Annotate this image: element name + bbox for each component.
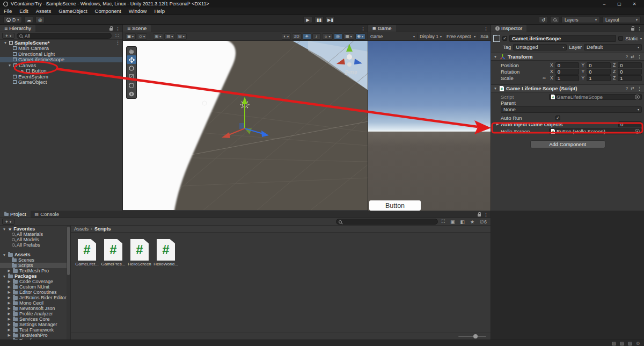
tab-game[interactable]: ▦ Game <box>368 25 396 32</box>
hierarchy-row-scene[interactable]: ▼ SampleScene* ⋮ <box>0 40 122 46</box>
foldout-closed-icon[interactable]: ▶ <box>7 295 11 300</box>
tree-package-item[interactable]: ▶TextMeshPro <box>0 333 67 338</box>
menu-assets[interactable]: Assets <box>32 8 55 15</box>
tree-scripts[interactable]: Scripts <box>0 263 67 268</box>
chevron-down-icon[interactable]: ▾ <box>640 37 642 40</box>
tree-package-item[interactable]: ▶Services Core <box>0 316 67 322</box>
lock-icon[interactable] <box>478 214 481 217</box>
search-button[interactable] <box>550 16 559 23</box>
tree-packages[interactable]: ▼ Packages <box>0 273 67 279</box>
tree-scenes[interactable]: Scenes <box>0 257 67 263</box>
position-z-field[interactable]: 0 <box>618 62 642 68</box>
object-name-field[interactable]: GameLifetimeScope <box>509 35 616 42</box>
foldout-closed-icon[interactable]: ▶ <box>7 279 11 284</box>
rotation-z-field[interactable]: 0 <box>618 69 642 75</box>
presets-icon[interactable]: ⇄ <box>631 54 634 59</box>
component-menu-icon[interactable]: ⋮ <box>637 86 642 91</box>
presets-icon[interactable]: ⇄ <box>631 86 634 91</box>
foldout-closed-icon[interactable]: ▶ <box>7 333 11 337</box>
game-ui-button[interactable]: Button <box>369 200 421 211</box>
scale-x-field[interactable]: 1 <box>555 75 580 81</box>
foldout-closed-icon[interactable]: ▶ <box>7 306 11 311</box>
panel-menu-icon[interactable]: ⋮ <box>115 26 120 32</box>
parent-dropdown[interactable]: None ▾ <box>501 106 642 113</box>
menu-file[interactable]: File <box>0 8 16 15</box>
static-checkbox[interactable] <box>618 36 623 41</box>
persp-label[interactable]: Persp <box>345 69 357 75</box>
tree-package-item[interactable]: ▶Custom NUnit <box>0 284 67 290</box>
scale-link-icon[interactable]: ∞ <box>543 76 548 81</box>
favorites-filter-icon[interactable]: ★ <box>469 219 476 225</box>
audio-toggle-button[interactable]: ♪ <box>312 33 321 40</box>
script-component-header[interactable]: ▼ # Game Lifetime Scope (Script) ? ⇄ ⋮ <box>491 84 644 92</box>
search-by-type-icon[interactable]: ⛶ <box>440 219 447 225</box>
undo-history-button[interactable]: ↺ <box>539 16 548 23</box>
draw-mode-button[interactable]: ◐▾ <box>282 33 291 40</box>
panel-menu-icon[interactable]: ⋮ <box>484 26 488 32</box>
foldout-closed-icon[interactable]: ▶ <box>20 69 25 73</box>
lock-icon[interactable] <box>631 28 634 31</box>
panel-menu-icon[interactable]: ⋮ <box>637 26 642 32</box>
help-icon[interactable]: ? <box>626 54 628 59</box>
tab-scene[interactable]: ☰ Scene <box>123 25 151 32</box>
foldout-closed-icon[interactable]: ▶ <box>7 322 11 327</box>
tab-inspector[interactable]: i Inspector <box>491 25 526 32</box>
object-picker-icon[interactable] <box>635 129 640 134</box>
rotate-tool-button[interactable] <box>127 64 136 73</box>
pause-button[interactable]: ▮▮ <box>314 16 324 23</box>
cloud-button[interactable]: ☁ <box>24 16 33 23</box>
position-x-field[interactable]: 0 <box>555 62 580 68</box>
rotation-x-field[interactable]: 0 <box>555 69 580 75</box>
snap-settings-button[interactable]: ⊟▾ <box>176 33 186 40</box>
tree-package-item[interactable]: ▶Settings Manager <box>0 322 67 327</box>
tree-all-materials[interactable]: All Materials <box>0 232 67 237</box>
position-y-field[interactable]: 0 <box>587 62 611 68</box>
menu-gameobject[interactable]: GameObject <box>55 8 91 15</box>
cache-server-icon[interactable]: ▨ <box>612 341 616 346</box>
help-icon[interactable]: ? <box>626 86 628 91</box>
effects-toggle-button[interactable]: ☼▾ <box>322 33 333 40</box>
game-mode-dropdown[interactable]: Game ▾ <box>368 33 418 40</box>
collab-status-icon[interactable]: ▨ <box>620 341 624 346</box>
auto-inject-count-field[interactable]: 0 <box>618 121 642 127</box>
panel-menu-icon[interactable]: ⋮ <box>361 26 365 32</box>
foldout-closed-icon[interactable]: ▶ <box>495 122 500 126</box>
foldout-open-icon[interactable]: ▼ <box>2 253 6 257</box>
2d-toggle-button[interactable]: 2D <box>292 33 302 40</box>
rect-tool-button[interactable] <box>127 81 136 90</box>
hierarchy-row-gameobject[interactable]: GameObject <box>0 80 122 85</box>
tree-all-prefabs[interactable]: All Prefabs <box>0 242 67 248</box>
game-viewport[interactable]: Button <box>368 41 491 211</box>
transform-component-header[interactable]: ▼ Transform ? ⇄ ⋮ <box>491 53 644 61</box>
hierarchy-row-canvas[interactable]: ▼ Canvas <box>0 62 122 68</box>
project-tree-scrollbar[interactable] <box>67 226 70 340</box>
tool-settings-button[interactable]: ▣▾ <box>125 33 136 40</box>
display-dropdown[interactable]: Display 1 ▾ <box>418 33 444 40</box>
breadcrumb-assets[interactable]: Assets <box>74 226 89 232</box>
hierarchy-add-button[interactable]: +▾ <box>2 33 14 39</box>
foldout-closed-icon[interactable]: ▶ <box>7 290 11 294</box>
close-button[interactable]: ✕ <box>627 2 642 6</box>
services-button[interactable]: ◎ <box>35 16 45 23</box>
menu-edit[interactable]: Edit <box>16 8 32 15</box>
aspect-dropdown[interactable]: Free Aspect ▾ <box>444 33 478 40</box>
tab-console[interactable]: ▤ Console <box>31 211 63 218</box>
foldout-closed-icon[interactable]: ▶ <box>7 269 11 273</box>
foldout-closed-icon[interactable]: ▶ <box>7 317 11 321</box>
foldout-open-icon[interactable]: ▼ <box>493 86 497 90</box>
snap-increment-button[interactable]: ▤▾ <box>164 33 175 40</box>
tree-package-item[interactable]: ▶Code Coverage <box>0 279 67 284</box>
scale-z-field[interactable]: 1 <box>618 75 642 81</box>
active-checkbox[interactable]: ✓ <box>502 36 507 41</box>
menu-window[interactable]: Window <box>125 8 151 15</box>
hierarchy-row-main-camera[interactable]: Main Camera <box>0 46 122 52</box>
tab-project[interactable]: Project <box>0 211 31 218</box>
foldout-open-icon[interactable]: ▼ <box>2 227 6 231</box>
lighting-toggle-button[interactable]: ☀ <box>303 33 311 40</box>
foldout-closed-icon[interactable]: ▶ <box>7 285 11 289</box>
foldout-closed-icon[interactable]: ▶ <box>7 328 11 332</box>
tree-package-item[interactable]: ▶JetBrains Rider Editor <box>0 295 67 300</box>
lock-icon[interactable] <box>109 28 113 31</box>
maximize-button[interactable]: ▢ <box>612 2 627 6</box>
hierarchy-row-gamelifetimescope[interactable]: GameLifetimeScope <box>0 57 122 63</box>
